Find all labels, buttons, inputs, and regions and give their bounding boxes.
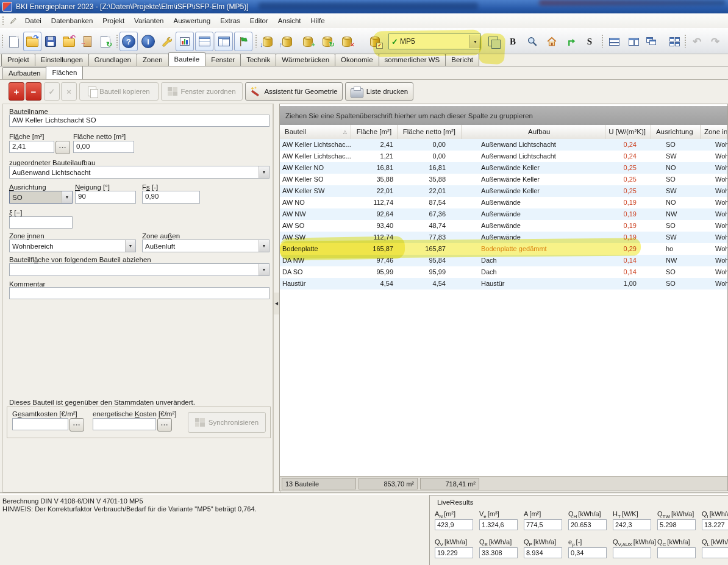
route-button[interactable]	[562, 32, 580, 51]
undo-button[interactable]: ↶	[688, 32, 706, 51]
live-result-value[interactable]: 8.934	[524, 547, 562, 558]
ausrichtung-dropdown[interactable]: SO	[9, 191, 73, 204]
table-row[interactable]: DA SO 95,99 95,99 Dach 0,14 SO Wohnberei…	[280, 266, 727, 278]
main-tab[interactable]: Bericht	[445, 54, 479, 66]
info-button[interactable]: i	[139, 32, 157, 51]
energetische-ellipsis-button[interactable]	[157, 418, 172, 432]
new-project-button[interactable]	[5, 32, 23, 51]
table-row[interactable]: AW NO 112,74 87,54 Außenwände 0,19 NO Wo…	[280, 197, 727, 208]
group-by-band[interactable]: Ziehen Sie eine Spaltenüberschrift hierh…	[280, 106, 727, 126]
table-row[interactable]: AW SW 112,74 77,83 Außenwände 0,19 SW Wo…	[280, 232, 727, 243]
live-result-value[interactable]: 774,5	[524, 519, 562, 530]
table-row[interactable]: AW SO 93,40 48,74 Außenwände 0,19 SO Woh…	[280, 220, 727, 232]
variant-combobox[interactable]: ✓ MP5	[388, 34, 481, 49]
main-tab[interactable]: Projekt	[1, 54, 35, 66]
live-result-value[interactable]	[613, 547, 651, 558]
save-as-button[interactable]: ↶	[60, 32, 78, 51]
redo-button[interactable]: ↷	[706, 32, 724, 51]
table-row[interactable]: Bodenplatte 165,87 165,87 Bodenplatte ge…	[280, 243, 727, 255]
live-result-value[interactable]: 13.227	[702, 519, 728, 530]
flaeche-input[interactable]: 2,41	[9, 141, 54, 153]
db-delete-button[interactable]: ×	[338, 32, 356, 51]
db-import-button[interactable]: ↓	[259, 32, 277, 51]
menu-item[interactable]: Datenbanken	[46, 15, 98, 26]
table-row[interactable]: AW Keller Lichtschac... 2,41 0,00 Außenw…	[280, 139, 727, 151]
zone-innen-dropdown[interactable]: Wohnbereich	[9, 240, 136, 252]
main-tab[interactable]: sommerlicher WS	[379, 54, 446, 66]
table-row[interactable]: AW Keller SW 22,01 22,01 Außenwände Kell…	[280, 185, 727, 197]
table-row[interactable]: AW Keller Lichtschac... 1,21 0,00 Außenw…	[280, 151, 727, 162]
live-result-value[interactable]	[702, 547, 728, 558]
cancel-button[interactable]: ×	[61, 82, 77, 101]
live-result-value[interactable]: 242,3	[613, 519, 651, 530]
main-tab[interactable]: Grundlagen	[88, 54, 137, 66]
neigung-input[interactable]: 90	[75, 191, 136, 204]
main-tab[interactable]: Einstellungen	[35, 54, 89, 66]
table-row[interactable]: AW Keller NO 16,81 16,81 Außenwände Kell…	[280, 162, 727, 174]
live-result-value[interactable]: 0,34	[568, 547, 607, 558]
flaeche-netto-input[interactable]: 0,00	[73, 141, 134, 153]
zone-aussen-dropdown[interactable]: Außenluft	[142, 240, 269, 252]
geometry-wizard-button[interactable]: Assistent für Geometrie	[245, 82, 343, 101]
main-tab[interactable]: Wärmebrücken	[276, 54, 335, 66]
zoom-button[interactable]	[523, 32, 541, 51]
table-view-button[interactable]	[195, 32, 213, 51]
menu-item[interactable]: Ansicht	[273, 15, 306, 26]
sub-tab[interactable]: Aufbauten	[2, 67, 46, 79]
aufbau-dropdown[interactable]: Außenwand Lichtschacht	[9, 166, 269, 179]
column-header-ausrichtung[interactable]: Ausrichtung	[651, 125, 701, 139]
live-result-value[interactable]	[657, 547, 696, 558]
column-header-bauteil[interactable]: Bauteil	[280, 125, 351, 139]
column-header-flaeche-netto[interactable]: Fläche netto [m²]	[398, 125, 462, 139]
column-header-zone[interactable]: Zone innen	[701, 125, 727, 139]
collapse-panel-button[interactable]: ◀	[274, 293, 279, 314]
column-header-flaeche[interactable]: Fläche [m²]	[351, 125, 398, 139]
flaeche-ellipsis-button[interactable]	[55, 141, 70, 154]
table-row[interactable]: AW NW 92,64 67,36 Außenwände 0,19 NW Woh…	[280, 208, 727, 220]
table-row[interactable]: Haustür 4,54 4,54 Haustür 1,00 SO Wohnbe…	[280, 278, 727, 290]
xi-input[interactable]	[9, 216, 73, 229]
energetische-kosten-input[interactable]	[93, 418, 156, 430]
menu-item[interactable]: Editor	[245, 15, 273, 26]
bold-button[interactable]: B	[504, 32, 522, 51]
confirm-button[interactable]: ✓	[44, 82, 60, 101]
cascade-windows-button[interactable]	[643, 32, 661, 51]
live-result-value[interactable]: 33.308	[479, 547, 518, 558]
menu-item[interactable]: Hilfe	[306, 15, 330, 26]
db-add-button[interactable]: +	[299, 32, 317, 51]
db-check-button[interactable]: ✓	[366, 32, 384, 51]
exit-button[interactable]: →	[78, 32, 96, 51]
live-result-value[interactable]: 1.324,6	[479, 519, 518, 530]
split-horizontal-button[interactable]	[605, 32, 623, 51]
db-export-button[interactable]: ↑	[278, 32, 296, 51]
chart-view-button[interactable]	[176, 32, 194, 51]
copy-bauteil-button[interactable]: Bauteil kopieren	[79, 82, 159, 101]
live-result-value[interactable]: 19.229	[435, 547, 473, 558]
open-project-button[interactable]: ↷	[23, 32, 41, 51]
print-list-button[interactable]: Liste drucken	[345, 82, 413, 101]
menu-item[interactable]: Auswertung	[168, 15, 215, 26]
main-tab[interactable]: Zonen	[137, 54, 169, 66]
copy-window-button[interactable]	[484, 32, 502, 51]
tile-windows-button[interactable]	[666, 32, 684, 51]
help-button[interactable]: ?	[120, 32, 138, 51]
main-tab[interactable]: Ökonomie	[335, 54, 379, 66]
kommentar-input[interactable]	[9, 287, 269, 299]
list-view-button[interactable]	[215, 32, 233, 51]
menu-item[interactable]: Extras	[215, 15, 245, 26]
settings-button[interactable]	[157, 32, 176, 51]
gesamtkosten-ellipsis-button[interactable]	[70, 418, 84, 432]
split-vertical-button[interactable]	[624, 32, 643, 51]
menu-item[interactable]: Datei	[20, 15, 46, 26]
column-header-u-wert[interactable]: U [W/(m²K)]	[605, 125, 651, 139]
live-result-value[interactable]: 20.653	[568, 519, 607, 530]
table-row[interactable]: DA NW 97,46 95,84 Dach 0,14 NW Wohnberei…	[280, 255, 727, 266]
fs-input[interactable]: 0,90	[142, 191, 200, 204]
add-bauteil-button[interactable]: +	[9, 82, 24, 101]
live-result-value[interactable]: 5.298	[657, 519, 696, 530]
home-button[interactable]	[543, 32, 561, 51]
menu-item[interactable]: Varianten	[129, 15, 168, 26]
remove-bauteil-button[interactable]: −	[26, 82, 41, 101]
main-tab[interactable]: Technik	[240, 54, 276, 66]
sub-tab[interactable]: Flächen	[46, 66, 83, 79]
